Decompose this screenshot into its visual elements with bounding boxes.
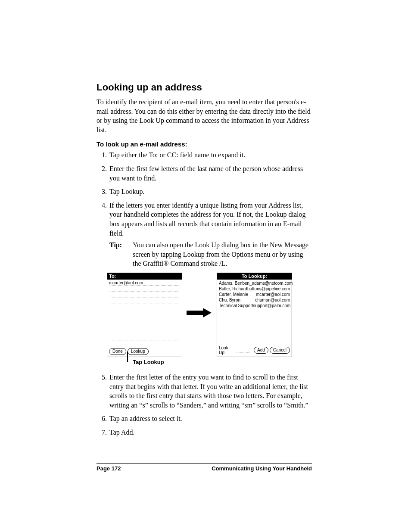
step-item: Tap Add.: [109, 428, 312, 437]
contact-email: ben_adams@netcom.com: [242, 280, 293, 286]
procedure-subhead: To look up an e-mail address:: [97, 140, 312, 148]
section-heading: Looking up an address: [97, 82, 312, 93]
cancel-button[interactable]: Cancel: [270, 347, 290, 354]
step-item: Tap an address to select it.: [109, 414, 312, 423]
contact-name: Carter, Melanie: [219, 292, 248, 297]
contact-name: Technical Support: [219, 303, 253, 308]
figure-callout: Tap Lookup: [133, 359, 164, 365]
lookup-button[interactable]: Lookup: [128, 348, 149, 355]
footer-chapter-title: Communicating Using Your Handheld: [212, 465, 312, 472]
to-input-line[interactable]: [109, 329, 180, 334]
steps-list-a: Tap either the To: or CC: field name to …: [97, 150, 312, 268]
page: Looking up an address To identify the re…: [0, 0, 411, 532]
contact-row[interactable]: Technical Support support@palm.com: [219, 303, 290, 308]
to-panel-footer: Done Lookup: [109, 348, 180, 355]
footer-page-number: Page 172: [97, 465, 121, 472]
to-panel-title: To:: [107, 273, 182, 280]
done-button[interactable]: Done: [109, 348, 126, 355]
to-input-line[interactable]: [109, 286, 180, 292]
svg-marker-0: [187, 308, 212, 317]
step-item: Tap Lookup.: [109, 187, 312, 196]
to-input-line[interactable]: [109, 323, 180, 328]
contact-email: support@palm.com: [253, 303, 291, 308]
intro-paragraph: To identify the recipient of an e-mail i…: [97, 97, 312, 134]
contact-email: mcarter@aol.com: [256, 292, 290, 297]
lookup-field-label: Look Up:: [219, 345, 235, 355]
contact-email: buttons@pipeline.com: [247, 286, 290, 292]
contact-row[interactable]: Chu, Byron chuman@aol.com: [219, 297, 290, 303]
tip-label: Tip:: [109, 240, 133, 268]
step-item: Tap either the To: or CC: field name to …: [109, 150, 312, 160]
add-button[interactable]: Add: [254, 347, 268, 354]
lookup-panel-title: To Lookup:: [217, 273, 292, 280]
tip-block: Tip: You can also open the Look Up dialo…: [109, 240, 312, 268]
figure: To: mcarter@aol.com Done Lookup: [107, 273, 294, 372]
contact-row[interactable]: Adams, Ben ben_adams@netcom.com: [219, 280, 290, 286]
to-panel: To: mcarter@aol.com Done Lookup: [107, 273, 182, 357]
step-item: Enter the first few letters of the last …: [109, 164, 312, 183]
contact-name: Adams, Ben: [219, 280, 242, 286]
contact-name: Chu, Byron: [219, 297, 240, 303]
lookup-panel-footer: Look Up: Add Cancel: [219, 345, 290, 355]
step-item: If the letters you enter identify a uniq…: [109, 201, 312, 268]
tip-body: You can also open the Look Up dialog box…: [133, 240, 312, 268]
to-panel-body: mcarter@aol.com: [107, 280, 182, 340]
steps-list-b: Enter the first letter of the entry you …: [97, 373, 312, 437]
to-input-line[interactable]: [109, 311, 180, 316]
to-input-line[interactable]: [109, 292, 180, 298]
to-input-line[interactable]: [109, 317, 180, 322]
contact-row[interactable]: Carter, Melanie mcarter@aol.com: [219, 292, 290, 297]
contact-name: Butler, Richard: [219, 286, 247, 292]
contact-row[interactable]: Butler, Richard buttons@pipeline.com: [219, 286, 290, 292]
to-input-line[interactable]: [109, 305, 180, 310]
to-input-line[interactable]: [109, 335, 180, 340]
step-text: If the letters you enter identify a uniq…: [109, 202, 305, 237]
page-footer: Page 172 Communicating Using Your Handhe…: [97, 463, 312, 472]
lookup-input[interactable]: [236, 348, 251, 352]
lookup-panel-body: Adams, Ben ben_adams@netcom.com Butler, …: [217, 280, 292, 308]
contact-email: chuman@aol.com: [255, 297, 290, 303]
to-input-line[interactable]: mcarter@aol.com: [109, 280, 180, 286]
lookup-panel: To Lookup: Adams, Ben ben_adams@netcom.c…: [217, 273, 292, 357]
step-item: Enter the first letter of the entry you …: [109, 373, 312, 410]
arrow-icon: [187, 308, 212, 317]
to-input-line[interactable]: [109, 299, 180, 304]
callout-line: [127, 352, 128, 362]
